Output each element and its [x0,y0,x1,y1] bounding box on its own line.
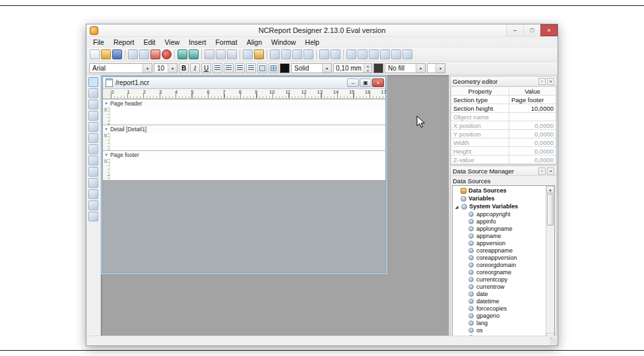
chevron-down-icon[interactable]: ▾ [168,64,177,73]
tree-item-system-variable[interactable]: currentcopy [453,276,546,283]
print-preview-icon[interactable] [128,49,138,59]
resize-grip[interactable] [550,338,557,345]
add-datasource-icon[interactable] [270,49,280,59]
group-icon[interactable] [391,49,401,59]
align-left-icon[interactable] [369,49,379,59]
crosstab-tool-icon[interactable] [88,212,98,222]
rectangle-tool-icon[interactable] [88,156,98,165]
font-size-combo[interactable]: 10 ▾ [154,63,177,73]
print-icon[interactable] [139,49,149,59]
redo-icon[interactable] [189,49,199,59]
tree-item-system-variable[interactable]: coreorgname [453,268,546,276]
align-left-button[interactable] [212,63,222,73]
close-panel-icon[interactable]: × [547,167,554,175]
tree-item-data-sources[interactable]: Data Sources [453,187,546,194]
page-settings-icon[interactable] [304,49,313,59]
menu-item[interactable]: Window [267,38,300,46]
run-report-icon[interactable] [162,49,172,59]
doc-restore-button[interactable]: ▣ [360,78,371,87]
copy-icon[interactable] [216,49,226,59]
menu-item[interactable]: Edit [139,38,160,46]
tree-item-system-variable[interactable]: lang [453,319,546,326]
zoom-icon[interactable] [243,49,253,59]
edit-icon[interactable] [254,49,264,59]
new-report-icon[interactable] [90,49,100,59]
chevron-down-icon[interactable]: ▾ [416,64,425,73]
section-canvas-page-footer[interactable] [110,159,385,180]
section-header-page-header[interactable]: ▼ Page header [103,99,385,107]
grid-settings-icon[interactable] [292,49,302,59]
float-panel-icon[interactable]: ▫ [538,167,546,175]
tree-item-system-variable[interactable]: os [453,326,546,334]
align-center-button[interactable] [224,63,234,73]
underline-button[interactable]: U [201,63,211,73]
field-tool-icon[interactable] [88,111,98,121]
fill-color-swatch[interactable] [373,63,383,73]
cut-icon[interactable] [205,49,214,59]
align-right-button[interactable] [235,63,245,73]
geometry-editor-title-bar[interactable]: Geometry editor ▫ × [451,76,556,86]
tree-item-system-variable[interactable]: appversion [453,239,546,247]
image-tool-icon[interactable] [88,133,98,143]
border-all-button[interactable] [269,63,278,73]
barcode-tool-icon[interactable] [88,178,98,188]
maximize-button[interactable]: □ [523,24,540,36]
details-icon[interactable] [319,49,329,59]
section-canvas-page-header[interactable] [110,107,385,125]
tree-item-variables[interactable]: Variables [453,194,546,202]
section-header-detail[interactable]: ▼ Detail [Detail1] [103,125,385,133]
chevron-down-icon[interactable]: ▾ [435,64,445,73]
undo-icon[interactable] [177,49,187,59]
menu-item[interactable]: Format [210,38,242,46]
tree-item-system-variable[interactable]: appcopyright [453,210,546,218]
pdf-export-icon[interactable] [150,49,160,59]
tree-item-system-variable[interactable]: gpageno [453,312,546,319]
line-style-combo[interactable]: Solid ▾ [291,63,332,73]
chevron-down-icon[interactable]: ▾ [322,64,331,73]
border-none-button[interactable] [257,63,267,73]
pattern-combo[interactable]: ▾ [427,63,445,73]
section-collapse-icon[interactable]: ▼ [104,102,108,105]
ellipse-tool-icon[interactable] [88,167,98,177]
menu-item[interactable]: View [160,38,185,46]
section-collapse-icon[interactable]: ▼ [104,127,108,131]
section-collapse-icon[interactable]: ▼ [104,153,108,157]
bold-button[interactable]: B [179,63,189,73]
tree-item-system-variable[interactable]: coreappname [453,247,546,254]
line-tool-icon[interactable] [88,144,98,154]
tree-item-system-variable[interactable]: date [453,290,546,297]
doc-close-button[interactable]: × [372,78,384,87]
float-panel-icon[interactable]: ▫ [538,78,546,85]
tree-item-system-variable[interactable]: applongname [453,225,546,232]
data-source-manager-title-bar[interactable]: Data Source Manager ▫ × [451,166,556,176]
open-icon[interactable] [101,49,111,59]
tree-scrollbar[interactable]: ▲ ▼ [546,186,554,340]
menu-item[interactable]: File [88,38,109,46]
label-tool-icon[interactable] [88,100,98,109]
bring-to-front-icon[interactable] [346,49,356,59]
table-tool-icon[interactable] [88,200,98,210]
scrollbar-track[interactable] [546,193,554,333]
chevron-down-icon[interactable]: ▾ [143,64,152,73]
snap-to-grid-icon[interactable] [402,49,412,59]
tree-item-system-variable[interactable]: coreappversion [453,254,546,261]
doc-minimize-button[interactable]: – [347,78,359,87]
text-tool-icon[interactable] [88,122,98,132]
minimize-button[interactable]: – [506,24,523,36]
tree-item-system-variable[interactable]: appname [453,232,546,239]
tree-item-system-variable[interactable]: currentrow [453,283,546,290]
spin-down-icon[interactable]: ▾ [364,69,371,73]
save-icon[interactable] [112,49,122,59]
tree-item-system-variable[interactable]: datetime [453,297,546,305]
chart-tool-icon[interactable] [88,189,98,199]
align-justify-button[interactable] [246,63,256,73]
align-top-icon[interactable] [380,49,390,59]
font-family-combo[interactable]: Arial ▾ [89,63,152,73]
italic-button[interactable]: I [190,63,200,73]
menu-item[interactable]: Report [109,38,139,46]
variables-icon[interactable] [331,49,340,59]
close-button[interactable]: × [540,24,558,36]
select-tool-icon[interactable] [88,77,98,87]
menu-item[interactable]: Align [242,38,267,46]
tree-item-system-variable[interactable]: appinfo [453,218,546,225]
